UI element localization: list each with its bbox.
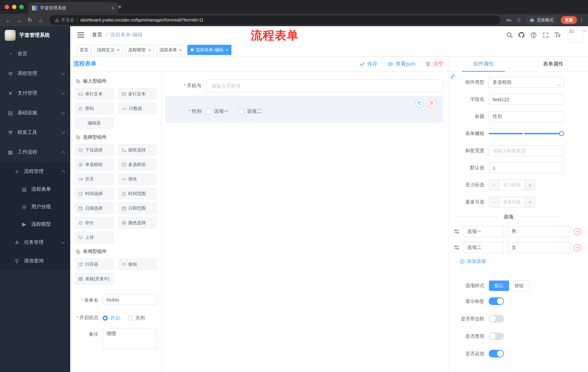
slider-track[interactable]: [489, 133, 561, 134]
chip-password[interactable]: 密码: [75, 103, 113, 114]
canvas-field-phone[interactable]: *手机号: [165, 79, 443, 93]
tag-home[interactable]: 首页: [76, 45, 92, 55]
home-button[interactable]: ⌂: [36, 15, 46, 25]
option-1-value-input[interactable]: [508, 226, 570, 237]
drag-handle-icon[interactable]: [454, 244, 460, 250]
chip-rate[interactable]: 评分: [75, 217, 113, 229]
user-avatar[interactable]: [568, 27, 583, 43]
add-option-button[interactable]: 添加选项: [460, 258, 588, 265]
form-name-input[interactable]: [103, 294, 157, 305]
checkbox-option-2[interactable]: 选项二: [239, 108, 262, 115]
sidebar-item-leave-query[interactable]: ⚲ 请假查询: [0, 252, 70, 270]
sidebar-item-process-form[interactable]: ▤ 流程表单: [0, 181, 70, 198]
new-tab-button[interactable]: +: [116, 3, 124, 11]
tag-close-icon[interactable]: ×: [117, 47, 119, 52]
with-border-toggle[interactable]: [489, 315, 504, 322]
default-value-input[interactable]: [489, 162, 564, 173]
tag-process-model[interactable]: 流程模型 ×: [125, 45, 154, 55]
chip-time-picker[interactable]: 时间选择: [75, 188, 113, 200]
chip-slider[interactable]: 滑块: [118, 173, 157, 185]
label-width-input[interactable]: [489, 145, 564, 156]
style-default-button[interactable]: 默认: [489, 281, 509, 291]
link-icon[interactable]: [450, 74, 456, 79]
window-maximize-button[interactable]: [19, 5, 24, 9]
title-input[interactable]: [489, 111, 564, 122]
stepper-decrease-button[interactable]: −: [489, 180, 499, 190]
chip-radio-group[interactable]: 单选框组: [75, 159, 113, 170]
forward-button[interactable]: →: [14, 15, 24, 25]
radio-status-on[interactable]: 开启: [103, 315, 120, 321]
chip-button[interactable]: 按钮: [118, 258, 157, 270]
sidebar-item-task-management[interactable]: ⋔ 任务管理: [0, 233, 70, 252]
browser-update-button[interactable]: 更新: [561, 16, 577, 24]
sidebar-item-workflow[interactable]: ▦ 工作流程: [0, 142, 70, 162]
tag-close-icon[interactable]: ×: [179, 47, 182, 52]
min-select-value[interactable]: 至少应选: [499, 180, 525, 190]
copy-field-button[interactable]: [415, 99, 424, 107]
component-type-select[interactable]: [489, 77, 564, 88]
window-minimize-button[interactable]: [12, 5, 16, 9]
chip-row-container[interactable]: 行容器: [75, 258, 113, 270]
chip-cascader[interactable]: 级联选择: [118, 144, 157, 156]
component-type-value[interactable]: [489, 77, 564, 88]
sidebar-item-process-model[interactable]: ▶ 流程模型: [0, 215, 70, 233]
max-select-value[interactable]: 最多可选: [499, 197, 525, 207]
help-icon[interactable]: [530, 32, 537, 38]
tab-close-icon[interactable]: ×: [111, 5, 114, 11]
radio-status-off[interactable]: 关闭: [128, 315, 145, 321]
required-toggle[interactable]: [489, 350, 504, 357]
chip-select[interactable]: 下拉选择: [75, 144, 113, 156]
font-size-icon[interactable]: [554, 32, 561, 38]
address-bar[interactable]: 不安全 dashboard.yudao.iocoder.cn/bpm/manag…: [50, 15, 500, 25]
sidebar-item-home[interactable]: ◔ 首页: [0, 44, 70, 64]
back-button[interactable]: ←: [3, 15, 13, 25]
chip-editor[interactable]: 编辑器: [75, 117, 113, 129]
chip-counter[interactable]: 计数器: [118, 103, 157, 114]
sidebar-item-user-groups[interactable]: ◎ 用户分组: [0, 198, 70, 215]
stepper-increase-button[interactable]: +: [525, 180, 535, 190]
chip-date-range[interactable]: 日期范围: [118, 202, 157, 214]
delete-field-button[interactable]: [427, 99, 436, 107]
reload-button[interactable]: ↻: [25, 15, 35, 25]
chip-switch[interactable]: 开关: [75, 173, 113, 185]
disabled-toggle[interactable]: [489, 332, 504, 340]
save-button[interactable]: 保存: [360, 61, 378, 67]
clear-button[interactable]: 清空: [425, 61, 443, 67]
overflow-caret-icon[interactable]: [583, 27, 586, 32]
chip-date-picker[interactable]: 日期选择: [75, 202, 113, 214]
stepper-decrease-button[interactable]: −: [489, 197, 499, 207]
option-2-name-input[interactable]: [463, 242, 504, 253]
chip-color-picker[interactable]: 颜色选择: [118, 217, 157, 229]
canvas-field-gender-selected[interactable]: *性别 选项一 选项二: [165, 96, 443, 123]
view-json-button[interactable]: 查看json: [388, 61, 415, 67]
chip-multi-line-text[interactable]: 多行文本: [118, 88, 157, 100]
show-label-toggle[interactable]: [489, 298, 504, 305]
security-indicator[interactable]: 不安全: [55, 17, 74, 23]
sidebar-item-infra[interactable]: ▤ 基础设施: [0, 103, 70, 123]
option-1-name-input[interactable]: [463, 226, 504, 237]
github-icon[interactable]: [518, 32, 525, 38]
chip-time-range[interactable]: 时间范围: [118, 188, 157, 200]
browser-menu-icon[interactable]: ⋮: [578, 17, 585, 23]
sidebar-item-process-management[interactable]: ≡ 流程管理: [0, 162, 70, 181]
drag-handle-icon[interactable]: [454, 229, 460, 234]
sidebar-item-devtools[interactable]: ⚒ 研发工具: [0, 123, 70, 142]
remove-option-button[interactable]: [574, 244, 581, 251]
tab-form-properties[interactable]: 表单属性: [518, 56, 588, 71]
bookmark-star-icon[interactable]: ☆: [514, 15, 524, 25]
form-grid-slider[interactable]: [489, 128, 564, 139]
slider-handle[interactable]: [559, 131, 564, 136]
style-button-button[interactable]: 按钮: [509, 281, 529, 291]
tag-close-icon[interactable]: ×: [148, 47, 151, 52]
chip-single-line-text[interactable]: 单行文本: [75, 88, 113, 100]
search-icon[interactable]: [506, 32, 513, 38]
phone-input[interactable]: [206, 79, 443, 93]
checkbox-option-1[interactable]: 选项一: [206, 108, 229, 115]
stepper-increase-button[interactable]: +: [525, 197, 535, 207]
hamburger-icon[interactable]: [77, 31, 85, 39]
chip-checkbox-group[interactable]: 多选框组: [118, 159, 157, 170]
window-close-button[interactable]: [5, 5, 9, 9]
remove-option-button[interactable]: [574, 228, 581, 235]
tab-component-properties[interactable]: 组件属性: [449, 56, 518, 71]
tag-process-definition[interactable]: 流程定义 ×: [94, 45, 123, 55]
